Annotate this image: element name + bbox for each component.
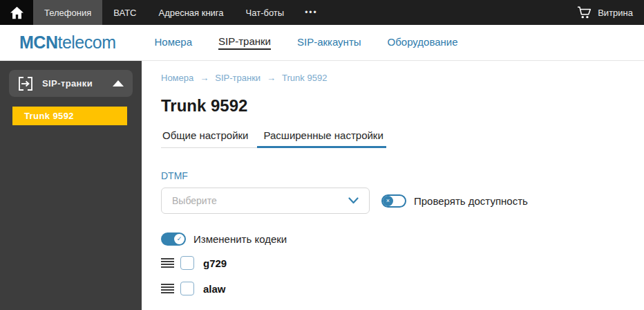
topnav-label: Чат-боты	[246, 8, 285, 18]
dtmf-field-label: DTMF	[161, 170, 644, 181]
nav-item-sip-accounts[interactable]: SIP-аккаунты	[297, 36, 361, 49]
sidebar-group-label: SIP-транки	[42, 78, 93, 89]
codecs-toggle[interactable]: ✓	[161, 232, 186, 246]
breadcrumb-current: Trunk 9592	[282, 73, 327, 83]
sidebar-group-sip-trunks[interactable]: SIP-транки	[9, 70, 133, 97]
tab-advanced-settings[interactable]: Расширенные настройки	[257, 129, 386, 148]
sidebar-item-trunk[interactable]: Trunk 9592	[12, 107, 127, 125]
codecs-toggle-row: ✓ Измененить кодеки	[161, 232, 644, 246]
nav-item-sip-trunks[interactable]: SIP-транки	[218, 35, 271, 50]
page-title: Trunk 9592	[161, 96, 644, 116]
topnav-item-telephony[interactable]: Телефония	[33, 0, 102, 25]
logo-regular: telecom	[57, 33, 115, 52]
page: Телефония ВАТС Адресная книга Чат-боты •…	[0, 0, 644, 310]
mcn-telecom-logo[interactable]: MCNtelecom	[19, 33, 115, 53]
more-menu-button[interactable]: •••	[295, 0, 328, 25]
storefront-button[interactable]: Витрина	[577, 0, 644, 25]
codec-name: alaw	[203, 283, 226, 295]
tab-bar: Общие настройки Расширенные настройки	[161, 129, 386, 148]
availability-toggle-row: × Проверять доступность	[381, 194, 528, 208]
toggle-off-x-icon: ×	[383, 196, 393, 206]
nav-item-equipment[interactable]: Оборудование	[388, 36, 458, 49]
top-navigation-bar: Телефония ВАТС Адресная книга Чат-боты •…	[0, 0, 644, 25]
header: MCNtelecom Номера SIP-транки SIP-аккаунт…	[0, 25, 644, 61]
breadcrumb-arrow-icon: →	[200, 73, 209, 83]
home-icon	[10, 6, 24, 19]
ellipsis-icon: •••	[305, 8, 318, 17]
section-nav: Номера SIP-транки SIP-аккаунты Оборудова…	[128, 35, 457, 50]
body: SIP-транки Trunk 9592 Номера → SIP-транк…	[0, 61, 644, 310]
home-button[interactable]	[0, 0, 33, 25]
main-content: Номера → SIP-транки → Trunk 9592 Trunk 9…	[142, 61, 644, 310]
breadcrumb: Номера → SIP-транки → Trunk 9592	[161, 73, 644, 83]
drag-handle-icon[interactable]	[161, 284, 174, 294]
tab-general-settings[interactable]: Общие настройки	[161, 129, 257, 148]
topnav-item-chatbots[interactable]: Чат-боты	[235, 0, 296, 25]
toggle-on-check-icon: ✓	[174, 234, 184, 244]
logo-bold: MCN	[19, 33, 57, 52]
dtmf-row: Выберите × Проверять доступность	[161, 188, 644, 214]
availability-toggle[interactable]: ×	[381, 194, 406, 208]
codec-row-alaw: alaw	[161, 280, 644, 297]
topnav-item-vats[interactable]: ВАТС	[102, 0, 147, 25]
topnav-label: Адресная книга	[158, 8, 223, 18]
cart-icon	[577, 6, 592, 19]
codec-checkbox-g729[interactable]	[180, 256, 194, 270]
codec-row-g729: g729	[161, 255, 644, 271]
breadcrumb-link-numbers[interactable]: Номера	[161, 73, 193, 83]
availability-toggle-label: Проверять доступность	[414, 195, 528, 207]
collapse-arrow-icon	[113, 80, 124, 86]
nav-item-numbers[interactable]: Номера	[154, 36, 192, 49]
drag-handle-icon[interactable]	[161, 258, 174, 268]
dtmf-select[interactable]: Выберите	[161, 188, 370, 214]
storefront-label: Витрина	[598, 8, 633, 18]
codec-checkbox-alaw[interactable]	[180, 282, 194, 295]
sip-trunk-icon	[18, 76, 33, 91]
breadcrumb-arrow-icon: →	[267, 73, 276, 83]
topnav-item-address-book[interactable]: Адресная книга	[147, 0, 234, 25]
codec-name: g729	[203, 257, 227, 269]
breadcrumb-link-sip-trunks[interactable]: SIP-транки	[215, 73, 261, 83]
topnav-label: Телефония	[44, 8, 91, 18]
topnav-label: ВАТС	[113, 8, 136, 18]
dtmf-select-placeholder: Выберите	[172, 195, 217, 206]
codecs-toggle-label: Измененить кодеки	[193, 233, 287, 245]
sidebar: SIP-транки Trunk 9592	[0, 61, 142, 310]
chevron-down-icon	[348, 197, 359, 204]
